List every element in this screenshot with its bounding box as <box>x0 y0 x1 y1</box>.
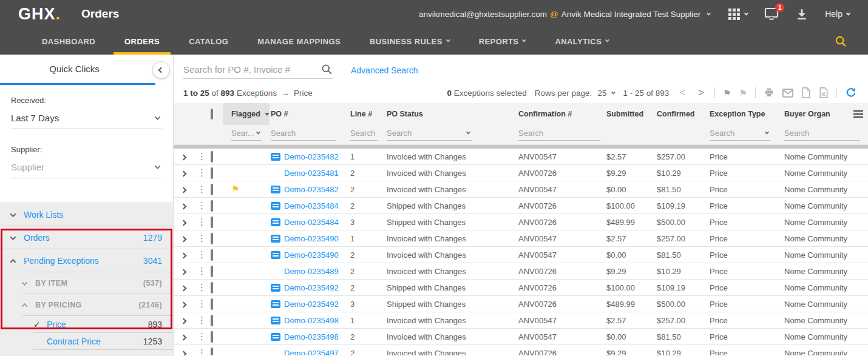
email-button[interactable] <box>782 89 793 98</box>
row-menu-icon[interactable]: ⋮ <box>197 151 206 161</box>
nav-tab-business-rules[interactable]: BUSINESS RULES <box>359 28 461 55</box>
row-menu-icon[interactable]: ⋮ <box>197 184 206 194</box>
row-expand-icon[interactable] <box>181 220 187 226</box>
po-link[interactable]: Demo-0235492 <box>284 283 339 292</box>
po-search-field[interactable] <box>183 64 333 79</box>
select-all-checkbox[interactable] <box>211 109 213 119</box>
row-checkbox[interactable] <box>211 298 213 310</box>
row-menu-icon[interactable]: ⋮ <box>197 266 206 276</box>
row-menu-icon[interactable]: ⋮ <box>197 249 206 260</box>
column-header-buyer-org[interactable]: Buyer Organ <box>784 110 852 118</box>
line-filter-input[interactable]: Search <box>350 129 378 141</box>
row-expand-icon[interactable] <box>181 236 187 242</box>
column-header-flagged[interactable]: Flagged <box>231 103 271 125</box>
advanced-search-link[interactable]: Advanced Search <box>351 65 418 79</box>
row-menu-icon[interactable]: ⋮ <box>197 200 206 210</box>
row-expand-icon[interactable] <box>181 269 187 275</box>
comment-icon[interactable] <box>271 218 280 226</box>
row-checkbox[interactable] <box>211 151 213 163</box>
row-checkbox[interactable] <box>211 348 213 356</box>
nav-tab-reports[interactable]: REPORTS <box>468 28 537 55</box>
confirmation-filter-input[interactable]: Search <box>518 129 600 141</box>
global-search-button[interactable] <box>835 28 847 55</box>
search-icon[interactable] <box>321 64 333 75</box>
sidebar-item-pending-exceptions[interactable]: Pending Exceptions 3041 <box>0 249 173 272</box>
row-menu-icon[interactable]: ⋮ <box>197 282 206 292</box>
po-link[interactable]: Demo-0235498 <box>284 332 339 341</box>
row-checkbox[interactable] <box>211 200 213 212</box>
column-menu-icon[interactable] <box>853 110 863 118</box>
column-header-confirmed[interactable]: Confirmed <box>657 110 710 118</box>
row-expand-icon[interactable] <box>181 252 187 258</box>
nav-tab-analytics[interactable]: ANALYTICS <box>544 28 620 55</box>
row-checkbox[interactable] <box>211 266 213 277</box>
unflag-selected-button[interactable]: ⚑ <box>739 89 747 98</box>
downloads-button[interactable] <box>795 8 809 21</box>
sidebar-item-orders[interactable]: Orders 1279 <box>0 226 173 249</box>
export-pdf-button[interactable] <box>801 87 811 98</box>
print-button[interactable] <box>764 87 775 98</box>
comment-icon[interactable] <box>271 317 280 324</box>
row-expand-icon[interactable] <box>181 154 187 160</box>
nav-tab-catalog[interactable]: CATALOG <box>178 28 239 55</box>
sidebar-item-price[interactable]: ✓ Price 893 <box>0 316 173 333</box>
row-expand-icon[interactable] <box>181 301 187 307</box>
column-header-confirmation[interactable]: Confirmation # <box>518 110 606 118</box>
refresh-button[interactable] <box>845 87 857 99</box>
comment-icon[interactable] <box>271 202 280 210</box>
po-link[interactable]: Demo-0235490 <box>284 250 339 260</box>
po-link[interactable]: Demo-0235492 <box>284 300 339 309</box>
row-expand-icon[interactable] <box>181 318 187 324</box>
row-expand-icon[interactable] <box>181 203 187 209</box>
row-menu-icon[interactable]: ⋮ <box>197 348 206 355</box>
row-expand-icon[interactable] <box>181 334 187 340</box>
row-expand-icon[interactable] <box>181 170 187 176</box>
column-header-line[interactable]: Line # <box>350 110 387 118</box>
column-header-submitted[interactable]: Submitted <box>606 110 657 118</box>
previous-page-button[interactable]: < <box>677 87 688 99</box>
po-link[interactable]: Demo-0235482 <box>284 152 339 161</box>
row-menu-icon[interactable]: ⋮ <box>197 331 206 341</box>
po-link[interactable]: Demo-0235497 <box>284 349 339 356</box>
comment-icon[interactable] <box>271 300 280 308</box>
comment-icon[interactable] <box>271 186 280 193</box>
po-link[interactable]: Demo-0235489 <box>284 267 339 276</box>
supplier-filter-dropdown[interactable]: Supplier <box>11 162 162 178</box>
row-expand-icon[interactable] <box>181 187 187 193</box>
nav-tab-dashboard[interactable]: DASHBOARD <box>31 28 106 55</box>
column-header-exception-type[interactable]: Exception Type <box>710 110 784 118</box>
row-expand-icon[interactable] <box>181 285 187 291</box>
po-link[interactable]: Demo-0235498 <box>284 316 339 325</box>
row-checkbox[interactable] <box>211 331 213 343</box>
po-link[interactable]: Demo-0235484 <box>284 218 339 227</box>
sidebar-item-by-pricing[interactable]: BY PRICING (2146) <box>0 294 173 316</box>
nav-tab-orders[interactable]: ORDERS <box>114 28 171 55</box>
row-checkbox[interactable] <box>211 184 213 195</box>
row-menu-icon[interactable]: ⋮ <box>197 217 206 227</box>
row-checkbox[interactable] <box>211 167 213 179</box>
comment-icon[interactable] <box>271 251 280 259</box>
help-menu[interactable]: Help <box>825 9 850 19</box>
column-header-po[interactable]: PO # <box>271 110 350 118</box>
po-link[interactable]: Demo-0235490 <box>284 234 339 243</box>
account-menu[interactable]: anvikmedical@ghxtestsupplier.com @ Anvik… <box>419 10 710 19</box>
comment-icon[interactable] <box>271 284 280 292</box>
column-header-po-status[interactable]: PO Status <box>387 110 518 118</box>
sidebar-item-work-lists[interactable]: Work Lists <box>0 203 173 226</box>
comment-icon[interactable] <box>271 153 280 161</box>
sidebar-item-by-status-alert[interactable]: BY STATUS ALERT (358) <box>0 350 173 356</box>
flag-selected-button[interactable]: ⚑ <box>723 89 731 98</box>
nav-tab-manage-mappings[interactable]: MANAGE MAPPINGS <box>246 28 351 55</box>
sidebar-collapse-button[interactable] <box>152 61 170 79</box>
apps-menu-button[interactable] <box>728 8 748 20</box>
buyer-org-filter-input[interactable]: Search <box>784 129 860 141</box>
row-checkbox[interactable] <box>211 315 213 326</box>
comment-icon[interactable] <box>271 333 280 341</box>
row-checkbox[interactable] <box>211 233 213 244</box>
row-checkbox[interactable] <box>211 282 213 294</box>
notifications-button[interactable]: 1 <box>764 7 779 21</box>
po-link[interactable]: Demo-0235482 <box>284 185 339 194</box>
sidebar-item-contract-price[interactable]: Contract Price 1253 <box>0 333 173 350</box>
po-filter-input[interactable]: Search <box>271 129 336 141</box>
po-link[interactable]: Demo-0235481 <box>284 169 339 178</box>
